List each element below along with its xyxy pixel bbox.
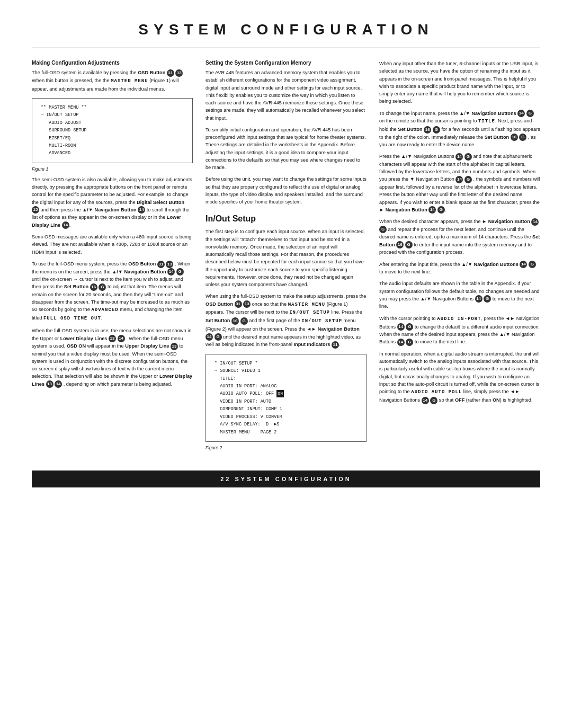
osd-line: AUDIO IN-PORT: ANALOG [215, 383, 358, 390]
set-btn2: Set Button [205, 318, 230, 323]
osd-line: AUDIO ADJUST [41, 119, 184, 127]
osd-line: A/V SYNC DELAY: D ►S [215, 421, 358, 428]
col1: Making Configuration Adjustments The ful… [32, 60, 193, 455]
nav-btns-label: Navigation Buttons [471, 111, 516, 116]
badge-31a: 31 [167, 69, 174, 77]
badge-14n: 14 [397, 339, 405, 346]
badge-11: 11 [332, 341, 339, 349]
osd-line: MASTER MENU PAGE 2 [215, 429, 358, 436]
col3-p1: When any input other than the tuner, 8-c… [379, 60, 540, 105]
title-divider [32, 48, 540, 48]
osd-line: ** MASTER MENU ** [41, 104, 184, 111]
on-highlight: ON [276, 390, 284, 397]
osd-line: VIDEO IN PORT: AUTO [215, 398, 358, 405]
on-label: ON [493, 397, 500, 403]
lower-display-line: Lower Display Line [32, 215, 181, 227]
osd-line: → IN/OUT SETUP [41, 111, 184, 119]
badge-g12: G [405, 241, 413, 248]
badge-g1: G [176, 268, 184, 276]
badge-31c: 31 [235, 300, 242, 308]
col3-p8: In normal operation, when a digital audi… [379, 350, 540, 404]
osd-line: COMPONENT INPUT: COMP 1 [215, 405, 358, 413]
badge-16d: 16 [511, 134, 518, 141]
in-out-setup-label: IN/OUT SETUP [289, 310, 330, 315]
col3-p4: When the desired character appears, pres… [379, 218, 540, 256]
badge-14b: 14 [62, 221, 69, 229]
badge-16c: 16 [424, 126, 431, 134]
off-label: OFF [455, 397, 464, 403]
badge-13c2: 13 [243, 300, 251, 308]
col3-p6: The audio input defaults are shown in th… [379, 280, 540, 310]
col3-p3: Press the ▲/▼ Navigation Buttons 14 G an… [379, 153, 540, 214]
osd-line: AUDIO AUTO POLL: OFF ON [215, 390, 358, 397]
badge-14-1: 14 [118, 335, 125, 342]
badge-g6: G [433, 126, 440, 134]
badge-14l: 14 [475, 295, 482, 303]
col3-p5: After entering the input title, press th… [379, 261, 540, 276]
nav-updown-1: ▲/▼ Navigation Button [82, 207, 136, 212]
audio-auto-poll: AUDIO AUTO POLL [411, 389, 462, 395]
section2-title: Setting the System Configuration Memory [205, 60, 367, 66]
advanced-label: ADVANCED [91, 307, 118, 313]
badge-13-1: 13 [109, 335, 116, 342]
badge-14c: 14 [167, 268, 175, 276]
upper-display-line: Upper Display Line [125, 343, 169, 349]
set-btn3: Set Button [398, 127, 422, 132]
digital-select-button: Digital Select Button [137, 200, 184, 205]
col3: When any input other than the tuner, 8-c… [379, 60, 540, 455]
badge-13a: 13 [175, 69, 183, 77]
page-container: SYSTEM CONFIGURATION Making Configuratio… [0, 0, 572, 503]
badge-14k: 14 [520, 261, 527, 268]
audio-in-port: AUDIO IN-PORT [437, 316, 481, 322]
content-grid: Making Configuration Adjustments The ful… [32, 60, 540, 455]
nav-updown-2: ▲/▼ Navigation Button [112, 269, 166, 274]
in-out-p1: The first step is to configure each inpu… [205, 228, 367, 288]
badge-g5: G [526, 110, 534, 117]
full-osd-label: FULL OSD TIME OUT [43, 316, 101, 321]
section1-title: Making Configuration Adjustments [32, 60, 193, 66]
osd-line: EZSET/EQ [41, 135, 184, 142]
col3-p7: With the cursor pointing to AUDIO IN-POR… [379, 315, 540, 346]
set-btn4: Set Button [485, 135, 509, 140]
nav-btns-2: Navigation Buttons [474, 262, 519, 267]
badge-13b: 13 [166, 261, 173, 268]
badge-16b: 16 [231, 317, 239, 325]
col2: Setting the System Configuration Memory … [205, 60, 367, 455]
osd-box-1: ** MASTER MENU ** → IN/OUT SETUP AUDIO A… [32, 98, 193, 163]
footer-text: 22 SYSTEM CONFIGURATION [220, 476, 352, 482]
badge-14j: 14 [531, 218, 539, 226]
lower-display-2: Lower Display Lines [60, 336, 108, 341]
osd-line: VIDEO PROCESS: V CONVER [215, 413, 358, 421]
badge-13c: 13 [171, 343, 178, 350]
nav-btn2: ► Navigation Button [379, 207, 427, 212]
badge-g10: G [437, 206, 445, 214]
section1-p5: When the full-OSD system is in use, the … [32, 327, 193, 388]
badge-16e: 16 [396, 241, 404, 248]
page-title: SYSTEM CONFIGURATION [32, 21, 540, 38]
badge-g3: G [240, 317, 248, 325]
badge-14d: 14 [55, 380, 62, 388]
title-label: TITLE [478, 119, 495, 124]
section2-p3: Before using the unit, you may want to c… [205, 175, 367, 206]
badge-14h: 14 [455, 176, 463, 183]
fig2-label: Figure 2 [205, 445, 367, 450]
badge-16a: 16 [90, 283, 97, 291]
osd-btn2: OSD Button [128, 261, 156, 267]
section1-p2: The semi-OSD system is also available, a… [32, 176, 193, 229]
osd-on-label: OSD ON [67, 343, 86, 349]
badge-14e: 14 [205, 333, 213, 341]
master-menu-label: MASTER MENU [111, 78, 148, 84]
footer-bar: 22 SYSTEM CONFIGURATION [32, 470, 540, 487]
osd-line: SURROUND SETUP [41, 127, 184, 134]
badge-g8: G [464, 153, 472, 161]
badge-g2: G [99, 283, 106, 291]
badge-14m: 14 [397, 323, 405, 331]
in-out-title: In/Out Setup [205, 214, 367, 224]
badge-g17: G [430, 397, 437, 404]
col3-p2: To change the input name, press the ▲/▼ … [379, 110, 540, 149]
badge-13d: 13 [46, 380, 53, 388]
osd-line: MULTI-ROOM [41, 142, 184, 149]
osd-line: TITLE: [215, 375, 358, 383]
osd-btn3: OSD Button [205, 301, 233, 307]
nav-lr: ◄► Navigation Button [307, 326, 360, 332]
